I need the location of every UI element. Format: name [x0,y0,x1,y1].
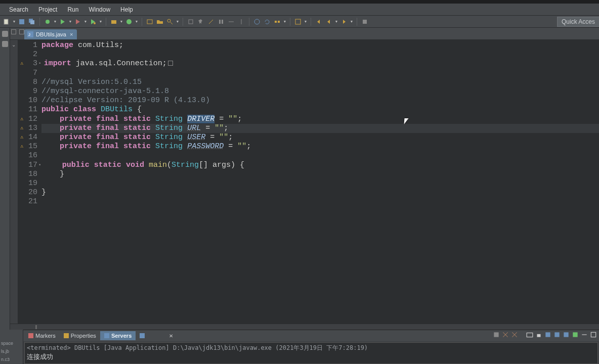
pin-icon[interactable] [196,17,205,26]
dropdown-icon[interactable]: ▼ [99,17,103,26]
back-icon[interactable] [314,17,323,26]
code-line[interactable]: 11public class DBUtils { [18,105,599,114]
code-line[interactable]: 7 [18,69,599,78]
code-line[interactable]: 8//mysql Version:5.0.15 [18,78,599,87]
svg-rect-28 [28,333,33,338]
line-number: 15 [25,142,41,151]
pin-console-icon[interactable] [544,331,551,338]
tab-dbutils[interactable]: J DBUtils.java × [24,29,77,39]
refresh-icon[interactable] [263,17,272,26]
code-line[interactable]: ⚠15 private final static String PASSWORD… [18,142,599,151]
menu-search[interactable]: Search [4,5,33,15]
code-line[interactable]: ⚠12 private final static String DRIVER =… [18,115,599,124]
code-line[interactable]: 16 [18,151,599,160]
line-number: 7 [25,69,41,78]
dropdown-icon[interactable]: ▼ [176,17,180,26]
toggle-icon[interactable] [186,17,195,26]
code-line[interactable]: ⚠3• import java.sql.Connection; [18,59,599,68]
console-stdout: 连接成功 [27,352,595,361]
save-all-icon[interactable] [27,17,36,26]
dropdown-icon[interactable]: ▼ [334,17,338,26]
code-line[interactable]: 10//eclipse Version: 2019-09 R (4.13.0) [18,96,599,105]
code-line[interactable]: 9//mysql-connector-java-5.1.8 [18,87,599,96]
dropdown-icon[interactable]: ▼ [350,17,354,26]
coverage-icon[interactable] [73,17,82,26]
svg-rect-19 [275,21,277,23]
clear-console-icon[interactable] [526,331,533,338]
line-number: 18 [25,170,41,179]
search-icon[interactable] [165,17,175,26]
code-line[interactable]: 1package com.Utils; [18,41,599,50]
console-output[interactable]: <terminated> DBUtils [Java Application] … [24,342,598,364]
tab-markers[interactable]: Markers [24,331,60,340]
restore-icon[interactable] [2,41,8,47]
svg-rect-9 [111,20,116,24]
menu-window[interactable]: Window [83,5,115,15]
pin-editor-icon[interactable] [360,17,369,26]
step-over-icon[interactable] [227,17,236,26]
quick-access-input[interactable]: Quick Acces [557,17,599,27]
close-icon[interactable]: × [70,31,73,37]
new-package-icon[interactable] [109,17,118,26]
svg-rect-0 [4,19,8,24]
run-icon[interactable] [58,17,67,26]
menu-project[interactable]: Project [33,5,62,15]
step-icon[interactable] [217,17,226,26]
browser-icon[interactable] [252,17,262,26]
tab-servers[interactable]: Servers [100,331,136,340]
dropdown-icon[interactable]: ▼ [304,17,308,26]
restore-icon[interactable] [2,31,8,37]
link-icon[interactable] [273,17,282,26]
perspective-icon[interactable] [293,17,303,26]
horizontal-scrollbar[interactable] [10,324,599,330]
chevron-down-icon[interactable]: ⌄ [12,42,16,48]
code-line[interactable]: 18 } [18,170,599,179]
display-selected-icon[interactable] [553,331,561,338]
svg-point-18 [254,19,260,24]
dropdown-icon[interactable]: ▼ [68,17,72,26]
open-console-icon[interactable] [563,331,570,338]
svg-rect-14 [189,20,193,24]
new-console-icon[interactable] [572,331,579,338]
dropdown-icon[interactable]: ▼ [12,17,16,26]
forward-icon[interactable] [339,17,349,26]
svg-rect-11 [147,20,152,24]
new-class-icon[interactable] [124,17,134,26]
dropdown-icon[interactable]: ▼ [83,17,88,26]
dropdown-icon[interactable]: ▼ [135,17,139,26]
code-line[interactable]: 2 [18,50,599,59]
run-last-icon[interactable] [89,17,98,26]
menu-run[interactable]: Run [62,5,83,15]
close-icon[interactable]: ✕ [169,333,173,339]
maximize-icon[interactable] [19,29,24,34]
dropdown-icon[interactable]: ▼ [283,17,287,26]
code-line[interactable]: ⚠13 private final static String URL = ""… [18,124,599,133]
scroll-lock-icon[interactable] [535,331,542,338]
remove-launch-icon[interactable] [502,331,509,338]
code-editor[interactable]: 1package com.Utils;2⚠3• import java.sql.… [18,40,599,324]
fold-indicator-icon[interactable] [168,61,173,66]
code-line[interactable]: 19 [18,179,599,188]
minimize-icon[interactable] [11,29,16,34]
minimize-panel-icon[interactable] [581,331,588,338]
new-icon[interactable] [2,17,11,26]
console-view-icon[interactable] [136,332,149,340]
wand-icon[interactable] [206,17,216,26]
step-into-icon[interactable] [237,17,246,26]
terminate-icon[interactable] [493,331,500,338]
back2-icon[interactable] [324,17,333,26]
tab-properties[interactable]: Properties [60,331,100,340]
dropdown-icon[interactable]: ▼ [119,17,123,26]
code-line[interactable]: 17• public static void main(String[] arg… [18,161,599,170]
remove-all-icon[interactable] [511,331,518,338]
menu-help[interactable]: Help [115,5,138,15]
maximize-panel-icon[interactable] [590,331,597,338]
dropdown-icon[interactable]: ▼ [53,17,57,26]
code-line[interactable]: 21 [18,197,599,206]
open-type-icon[interactable] [145,17,154,26]
save-icon[interactable] [17,17,26,26]
folder-icon[interactable] [155,17,164,26]
debug-icon[interactable] [43,17,52,26]
code-line[interactable]: ⚠14 private final static String USER = "… [18,133,599,142]
code-line[interactable]: 20} [18,188,599,197]
